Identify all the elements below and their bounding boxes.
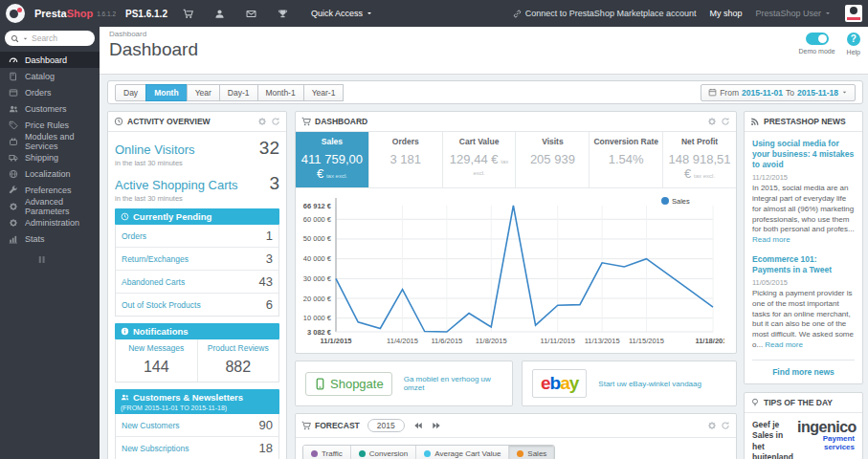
customers-row: New Subscriptions18: [116, 436, 278, 459]
mail-icon[interactable]: [246, 9, 256, 19]
search-icon[interactable]: [11, 34, 19, 43]
sidebar-item-orders[interactable]: Orders: [0, 84, 100, 100]
sidebar-item-stats[interactable]: Stats: [0, 230, 100, 247]
date-range-picker[interactable]: From 2015-11-01 To 2015-11-18: [701, 84, 856, 101]
gear-icon[interactable]: [707, 421, 717, 430]
news-article: Using social media for your business: 4 …: [752, 139, 855, 246]
kpi-conversion-rate[interactable]: Conversion Rate1.54%: [590, 132, 663, 187]
svg-text:Sales: Sales: [672, 197, 690, 206]
read-more-link[interactable]: Read more: [765, 340, 803, 349]
ebay-link[interactable]: Start uw eBay-winkel vandaag: [598, 380, 701, 388]
customers-newsletters-header: Customers & Newsletters: [115, 389, 279, 405]
pending-link[interactable]: Abandoned Carts: [122, 277, 185, 287]
sidebar-item-modules[interactable]: Modules and Services: [0, 133, 100, 149]
cart-icon[interactable]: [183, 9, 193, 19]
news-article-title[interactable]: Ecommerce 101: Payments in a Tweet: [752, 254, 855, 275]
help-icon[interactable]: ?: [847, 33, 860, 46]
sidebar-search[interactable]: [5, 31, 95, 46]
range-button-day[interactable]: Day: [115, 84, 146, 101]
caret-down-icon[interactable]: [22, 35, 29, 42]
sidebar-item-administration[interactable]: Administration: [0, 214, 100, 230]
search-input[interactable]: [32, 33, 81, 43]
partner-banners: Shopgate Ga mobiel en verhoog uw omzet e…: [295, 361, 737, 406]
active-carts-link[interactable]: Active Shopping Carts: [115, 178, 238, 192]
gear-icon[interactable]: [707, 117, 717, 126]
rss-icon: [750, 117, 760, 126]
help-control: ? Help: [847, 33, 860, 55]
rewind-icon[interactable]: [413, 421, 423, 430]
sidebar-item-label: Advanced Parameters: [25, 197, 91, 216]
customers-link[interactable]: New Subscriptions: [122, 444, 189, 453]
gear-icon[interactable]: [257, 117, 267, 126]
avatar[interactable]: [845, 5, 862, 22]
sidebar-item-price-rules[interactable]: Price Rules: [0, 117, 100, 133]
customers-row: New Customers90: [116, 414, 278, 436]
sidebar-item-label: Customers: [25, 104, 67, 114]
shopgate-link[interactable]: Ga mobiel en verhoog uw omzet: [404, 375, 502, 392]
modules-icon: [9, 137, 18, 146]
kpi-orders[interactable]: Orders3 181: [369, 132, 443, 187]
quick-access-menu[interactable]: Quick Access: [311, 9, 373, 18]
new-messages-link[interactable]: New Messages: [118, 343, 195, 353]
product-reviews-link[interactable]: Product Reviews: [200, 343, 278, 353]
range-button-year[interactable]: Year: [187, 84, 220, 101]
sidebar-item-advanced-parameters[interactable]: Advanced Parameters: [0, 198, 100, 214]
marketplace-link[interactable]: Connect to PrestaShop Marketplace accoun…: [513, 9, 697, 18]
sidebar-item-shipping[interactable]: Shipping: [0, 149, 100, 165]
news-article: Ecommerce 101: Payments in a Tweet 11/05…: [752, 254, 855, 351]
online-visitors-link[interactable]: Online Visitors: [115, 142, 195, 157]
ebay-banner[interactable]: ebay Start uw eBay-winkel vandaag: [522, 361, 737, 406]
pending-link[interactable]: Orders: [122, 231, 146, 241]
range-button-day-1[interactable]: Day-1: [219, 84, 258, 101]
brand-name[interactable]: PrestaShop: [34, 8, 93, 19]
fast-forward-icon[interactable]: [432, 421, 441, 430]
sidebar-item-catalog[interactable]: Catalog: [0, 68, 100, 84]
refresh-icon[interactable]: [271, 117, 280, 126]
legend-conversion[interactable]: Conversion: [350, 446, 415, 459]
administration-icon: [9, 218, 18, 228]
shop-version: PS1.6.1.2: [125, 9, 167, 19]
legend-average-cart-value[interactable]: Average Cart Value: [415, 446, 508, 459]
legend-traffic[interactable]: Traffic: [303, 446, 350, 459]
read-more-link[interactable]: Read more: [752, 235, 790, 244]
help-label: Help: [847, 49, 860, 55]
user-menu[interactable]: PrestaShop User: [755, 9, 832, 18]
tips-of-the-day-panel: TIPS OF THE DAY Geef je Sales in het bui…: [744, 392, 863, 459]
refresh-icon[interactable]: [721, 117, 730, 126]
kpi-cart-value[interactable]: Cart Value129,44 € tax excl.: [443, 132, 517, 187]
sidebar-item-customers[interactable]: Customers: [0, 100, 100, 117]
notifications-cell: New Messages144: [116, 339, 197, 382]
sidebar-item-label: Price Rules: [25, 120, 69, 130]
range-button-month[interactable]: Month: [145, 84, 188, 101]
kpi-visits[interactable]: Visits205 939: [516, 132, 590, 187]
prestashop-logo[interactable]: [6, 4, 25, 23]
caret-down-icon: [841, 89, 848, 96]
pending-link[interactable]: Return/Exchanges: [122, 254, 189, 264]
legend-sales[interactable]: Sales: [508, 446, 554, 459]
sidebar-item-dashboard[interactable]: Dashboard: [0, 52, 100, 68]
sidebar-item-preferences[interactable]: Preferences: [0, 182, 100, 198]
find-more-news-link[interactable]: Find more news: [752, 360, 855, 377]
shopgate-banner[interactable]: Shopgate Ga mobiel en verhoog uw omzet: [295, 361, 513, 406]
user-icon[interactable]: [214, 9, 225, 19]
range-button-year-1[interactable]: Year-1: [303, 84, 345, 101]
trophy-icon[interactable]: [278, 9, 288, 19]
my-shop-link[interactable]: My shop: [709, 9, 742, 18]
range-button-month-1[interactable]: Month-1: [257, 84, 304, 101]
panel-title: DASHBOARD: [315, 117, 367, 126]
kpi-sales[interactable]: Sales411 759,00 € tax excl.: [296, 132, 369, 187]
news-article-title[interactable]: Using social media for your business: 4 …: [752, 139, 855, 170]
breadcrumb[interactable]: Dashboard: [109, 30, 858, 38]
refresh-icon[interactable]: [721, 421, 730, 430]
caret-down-icon: [366, 10, 373, 17]
preferences-icon: [9, 186, 18, 195]
svg-text:40 000 €: 40 000 €: [303, 254, 332, 263]
sidebar-item-localization[interactable]: Localization: [0, 165, 100, 182]
customers-link[interactable]: New Customers: [122, 421, 179, 430]
collapse-menu-icon[interactable]: [36, 254, 47, 265]
demo-mode-toggle[interactable]: [806, 33, 829, 45]
page-title: Dashboard: [109, 39, 858, 60]
forecast-year[interactable]: 2015: [367, 419, 405, 432]
kpi-net-profit[interactable]: Net Profit148 918,51 € tax excl.: [663, 132, 736, 187]
pending-link[interactable]: Out of Stock Products: [122, 300, 201, 310]
